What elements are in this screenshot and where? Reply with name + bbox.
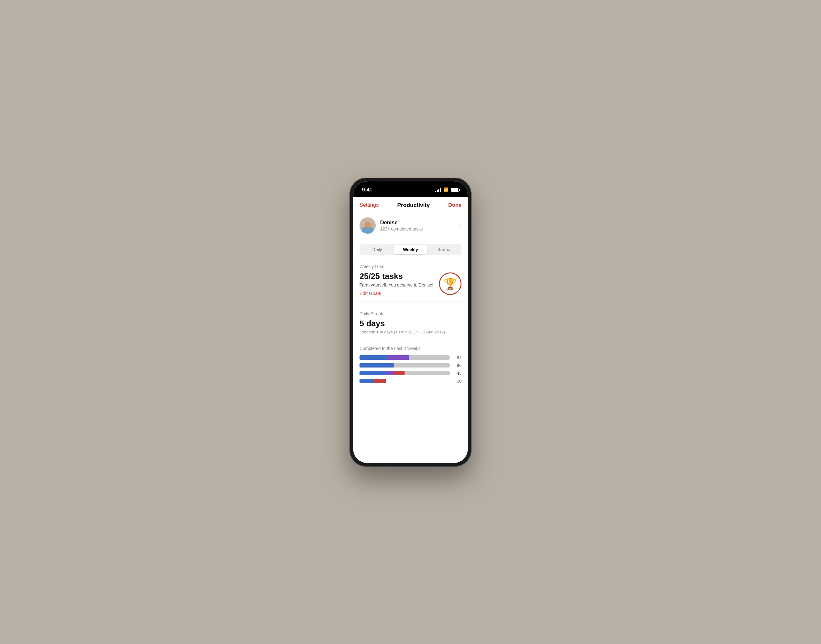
avatar bbox=[359, 218, 376, 234]
user-name: Denise bbox=[380, 219, 460, 226]
trophy-icon: 🏆 bbox=[439, 273, 462, 295]
page-title: Productivity bbox=[397, 202, 430, 209]
bar-value-1: 84 bbox=[453, 355, 462, 360]
user-info: Denise 1234 completed tasks bbox=[380, 219, 460, 232]
segment-weekly[interactable]: Weekly bbox=[394, 245, 427, 254]
chart-label: Completed In the Last 4 Weeks bbox=[359, 346, 462, 351]
divider-2 bbox=[353, 340, 468, 340]
chart-row-3: 45 bbox=[359, 371, 462, 376]
status-bar: 9:41 📶 bbox=[353, 181, 468, 197]
segment-karma[interactable]: Karma bbox=[427, 245, 460, 254]
bar-1 bbox=[359, 355, 450, 360]
bar-value-3: 45 bbox=[453, 371, 462, 376]
chart-row-1: 84 bbox=[359, 355, 462, 360]
chevron-right-icon: › bbox=[460, 222, 462, 228]
bar-value-2: 90 bbox=[453, 363, 462, 368]
segment-daily[interactable]: Daily bbox=[361, 245, 394, 254]
goal-tasks-count: 25/25 tasks bbox=[359, 271, 433, 281]
nav-bar: Settings Productivity Done bbox=[353, 197, 468, 212]
chart-row-2: 90 bbox=[359, 363, 462, 368]
status-icons: 📶 bbox=[435, 187, 459, 192]
user-profile-row[interactable]: Denise 1234 completed tasks › bbox=[353, 212, 468, 239]
chart-row-4: 20 bbox=[359, 379, 462, 383]
screen-content: Settings Productivity Done Denise 1234 c… bbox=[353, 197, 468, 463]
signal-icon bbox=[435, 188, 441, 192]
phone-frame: 9:41 📶 Settings Productivity Do bbox=[350, 178, 471, 467]
battery-icon bbox=[451, 188, 459, 192]
weekly-goal-label: Weekly Goal bbox=[359, 264, 462, 269]
user-completed-tasks: 1234 completed tasks bbox=[380, 227, 460, 232]
weekly-goal-section: Weekly Goal 25/25 tasks Treat yourself. … bbox=[353, 260, 468, 296]
weekly-goal-info: 25/25 tasks Treat yourself. You deserve … bbox=[359, 271, 433, 296]
settings-button[interactable]: Settings bbox=[359, 202, 379, 208]
streak-value: 5 days bbox=[359, 319, 462, 328]
status-time: 9:41 bbox=[362, 187, 372, 193]
last-4-weeks-section: Completed In the Last 4 Weeks 84 bbox=[353, 346, 468, 393]
edit-goals-button[interactable]: Edit Goals bbox=[359, 291, 433, 296]
weekly-goal-row: 25/25 tasks Treat yourself. You deserve … bbox=[359, 271, 462, 296]
phone-screen: 9:41 📶 Settings Productivity Do bbox=[353, 181, 468, 463]
daily-streak-label: Daily Streak bbox=[359, 311, 462, 316]
bar-4 bbox=[359, 379, 450, 383]
streak-longest: Longest: 104 days (18 Apr 2017 - 13 Aug … bbox=[359, 330, 462, 334]
daily-streak-section: Daily Streak 5 days Longest: 104 days (1… bbox=[353, 307, 468, 334]
segment-control[interactable]: Daily Weekly Karma bbox=[359, 244, 462, 255]
goal-message: Treat yourself. You deserve it, Denise! bbox=[359, 282, 433, 287]
wifi-icon: 📶 bbox=[443, 187, 448, 192]
bar-2 bbox=[359, 363, 450, 368]
bar-value-4: 20 bbox=[453, 379, 462, 383]
bar-3 bbox=[359, 371, 450, 375]
done-button[interactable]: Done bbox=[448, 202, 462, 208]
